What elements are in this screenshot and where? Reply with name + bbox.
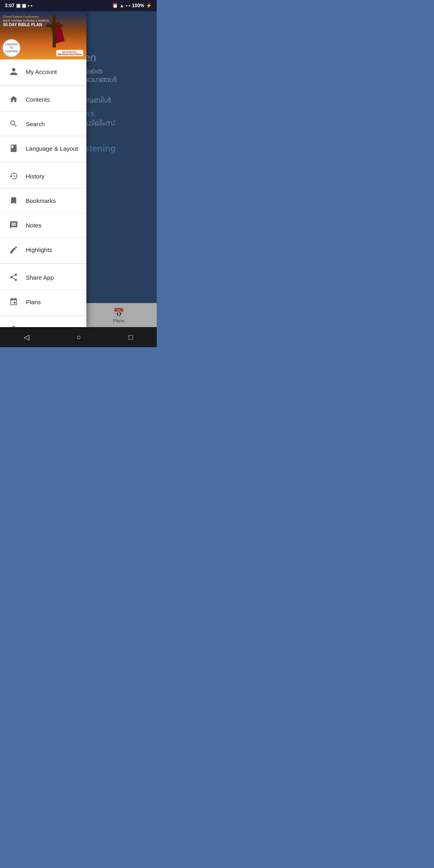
menu-label-language-layout: Language & Layout	[26, 145, 78, 152]
menu-item-my-account[interactable]: My Account	[0, 59, 86, 84]
menu-label-my-account: My Account	[26, 68, 57, 75]
menu-item-notes[interactable]: Notes	[0, 213, 86, 237]
menu-label-bookmarks: Bookmarks	[26, 197, 56, 204]
navigation-drawer: Great Lenten Lectionary MAR THOMA SYRIAN…	[0, 11, 86, 327]
person-icon	[8, 66, 19, 77]
section-divider	[0, 315, 86, 316]
edit-icon	[8, 244, 19, 255]
chat-icon	[8, 219, 19, 231]
menu-item-language-layout[interactable]: Language & Layout	[0, 136, 86, 160]
menu-item-share-app[interactable]: Share App	[0, 265, 86, 289]
menu-item-highlights[interactable]: Highlights	[0, 237, 86, 262]
share-icon	[8, 272, 19, 283]
status-bar: 3:07 ▣ ▣ ▪ ▪ ⏰ ▲ ▪ ▪ 100% ⚡	[0, 0, 157, 11]
menu-label-contents: Contents	[26, 96, 50, 103]
menu-item-contents[interactable]: Contents	[0, 87, 86, 111]
status-time: 3:07 ▣ ▣ ▪ ▪	[5, 3, 33, 8]
section-divider	[0, 263, 86, 264]
history-icon	[8, 170, 19, 182]
menu-label-highlights: Highlights	[26, 246, 52, 253]
status-icons: ⏰ ▲ ▪ ▪ 100% ⚡	[112, 3, 152, 8]
section-divider	[0, 85, 86, 86]
bookmark-icon	[8, 195, 19, 206]
menu-label-share-app: Share App	[26, 274, 54, 281]
menu-label-plans: Plans	[26, 299, 41, 305]
menu-label-history: History	[26, 173, 45, 180]
menu-container: My AccountContentsSearchLanguage & Layou…	[0, 59, 86, 327]
gear-icon	[8, 324, 19, 327]
recent-button[interactable]: □	[129, 333, 133, 342]
powered-by-badge: App powered by : MarThoma Church News	[56, 50, 83, 56]
home-icon	[8, 94, 19, 105]
svg-rect-0	[10, 252, 13, 253]
menu-item-settings[interactable]: Settings	[0, 317, 86, 327]
menu-label-search: Search	[26, 121, 45, 127]
book-icon	[8, 143, 19, 154]
menu-label-settings: Settings	[26, 326, 47, 328]
calendar-icon	[8, 296, 19, 307]
menu-item-search[interactable]: Search	[0, 112, 86, 136]
search-icon	[8, 118, 19, 129]
menu-label-notes: Notes	[26, 222, 41, 229]
android-nav-bar: ◁ ○ □	[0, 327, 157, 347]
section-divider	[0, 162, 86, 162]
drawer-header: Great Lenten Lectionary MAR THOMA SYRIAN…	[0, 11, 86, 59]
menu-item-bookmarks[interactable]: Bookmarks	[0, 188, 86, 213]
header-text: Great Lenten Lectionary MAR THOMA SYRIAN…	[3, 14, 86, 27]
home-button[interactable]: ○	[77, 333, 81, 342]
church-logo: LIGHTED TO LIGHTEN	[2, 39, 20, 57]
menu-item-plans[interactable]: Plans	[0, 290, 86, 314]
back-button[interactable]: ◁	[24, 333, 29, 342]
menu-item-history[interactable]: History	[0, 164, 86, 188]
